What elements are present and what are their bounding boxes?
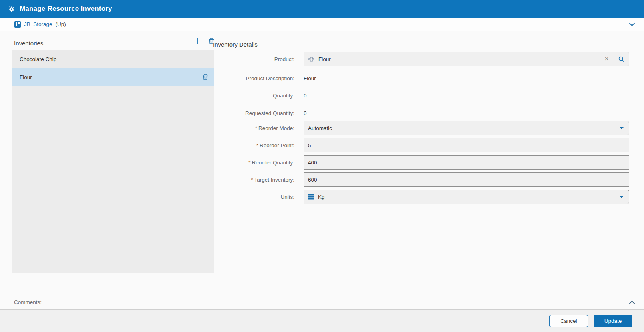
product-input[interactable]: Flour × xyxy=(304,52,614,66)
window-titlebar: Manage Resource Inventory xyxy=(0,0,644,18)
product-icon xyxy=(308,56,315,62)
units-dropdown-button[interactable] xyxy=(614,190,629,204)
product-description-row: Product Description: Flour xyxy=(0,71,316,85)
product-search-field: Flour × xyxy=(304,52,629,66)
product-description-label: Product Description: xyxy=(0,75,297,81)
reorder-quantity-input[interactable] xyxy=(304,155,629,170)
page-title: Manage Resource Inventory xyxy=(20,5,112,13)
quantity-row: Quantity: 0 xyxy=(0,88,307,103)
units-label: Units: xyxy=(0,194,297,200)
breadcrumb-up-label: (Up) xyxy=(56,21,66,27)
quantity-label: Quantity: xyxy=(0,93,297,99)
units-value: Kg xyxy=(318,194,325,200)
requested-quantity-row: Requested Quantity: 0 xyxy=(0,106,307,120)
target-inventory-input[interactable] xyxy=(304,172,629,187)
magnifier-icon xyxy=(618,56,625,63)
comments-label: Comments: xyxy=(14,299,42,305)
units-dropdown: Kg xyxy=(304,190,629,204)
product-search-button[interactable] xyxy=(614,52,629,66)
product-description-value: Flour xyxy=(304,75,316,81)
update-button[interactable]: Update xyxy=(594,315,632,327)
reorder-mode-dropdown-button[interactable] xyxy=(614,121,629,135)
reorder-mode-dropdown: Automatic xyxy=(304,121,629,135)
clear-product-icon[interactable]: × xyxy=(604,56,610,62)
reorder-mode-value[interactable]: Automatic xyxy=(304,121,614,135)
required-marker: * xyxy=(248,160,250,166)
triangle-down-icon xyxy=(619,196,624,198)
reorder-mode-label: *Reorder Mode: xyxy=(0,125,297,131)
storage-icon xyxy=(14,21,21,28)
requested-quantity-label: Requested Quantity: xyxy=(0,110,297,116)
gear-icon xyxy=(8,5,16,13)
units-row: Units: Kg xyxy=(0,190,629,204)
required-marker: * xyxy=(255,125,257,131)
target-inventory-row: *Target Inventory: xyxy=(0,172,629,187)
reorder-point-label: *Reorder Point: xyxy=(0,142,297,148)
reorder-point-input[interactable] xyxy=(304,138,629,152)
chevron-up-icon[interactable] xyxy=(629,300,635,304)
location-bar: JB_Storage (Up) xyxy=(0,18,644,31)
comments-bar: Comments: xyxy=(0,295,644,310)
product-value: Flour xyxy=(318,56,331,62)
reorder-point-row: *Reorder Point: xyxy=(0,138,629,152)
inventories-section-title: Inventories xyxy=(14,40,43,47)
requested-quantity-value: 0 xyxy=(304,110,307,116)
chevron-down-icon[interactable] xyxy=(629,22,635,26)
reorder-mode-row: *Reorder Mode: Automatic xyxy=(0,121,629,135)
footer-bar: Cancel Update xyxy=(0,310,644,332)
quantity-value: 0 xyxy=(304,93,307,99)
add-inventory-button[interactable] xyxy=(195,38,201,44)
target-inventory-label: *Target Inventory: xyxy=(0,177,297,183)
required-marker: * xyxy=(251,177,253,183)
units-list-icon xyxy=(308,194,314,200)
reorder-quantity-row: *Reorder Quantity: xyxy=(0,155,629,170)
units-value-area[interactable]: Kg xyxy=(304,190,614,204)
inventory-details-title: Inventory Details xyxy=(213,41,258,48)
breadcrumb-location-link[interactable]: JB_Storage xyxy=(24,21,52,27)
triangle-down-icon xyxy=(619,127,624,129)
inventories-actions xyxy=(195,38,214,44)
cancel-button[interactable]: Cancel xyxy=(549,315,588,327)
product-label: Product: xyxy=(0,56,297,62)
product-row: Product: Flour × xyxy=(0,52,629,66)
required-marker: * xyxy=(256,142,258,148)
reorder-quantity-label: *Reorder Quantity: xyxy=(0,160,297,166)
